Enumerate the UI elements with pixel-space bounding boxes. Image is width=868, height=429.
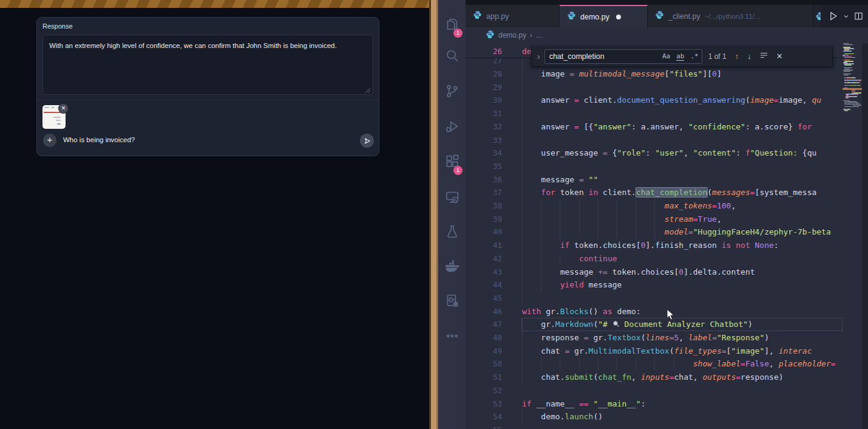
response-text: With an extremely high level of confiden… — [49, 42, 337, 49]
breadcrumb-more[interactable]: … — [536, 31, 543, 39]
code-text: message = "" — [522, 173, 598, 187]
code-line-41[interactable]: 41 if token.choices[0].finish_reason is … — [466, 239, 843, 252]
code-line-45[interactable]: 45 — [466, 292, 843, 305]
modified-dot-icon — [616, 15, 621, 19]
find-input[interactable]: chat_completion Aa ab .* — [544, 49, 702, 64]
code-text: gr.Markdown("# Document Analyzer Chatbot… — [522, 318, 753, 331]
tab-demo.py[interactable]: demo.py — [560, 5, 648, 27]
code-line-39[interactable]: 39 stream=True, — [466, 213, 843, 226]
code-line-37[interactable]: 37 for token in client.chat_completion(m… — [466, 186, 843, 199]
code-line-28[interactable]: 28 image = multimodal_message["files"][0… — [466, 67, 843, 81]
chat-input[interactable]: Who is being invoiced? — [63, 136, 135, 143]
code-line-38[interactable]: 38 max_tokens=100, — [466, 199, 843, 213]
code-line-33[interactable]: 33 — [466, 134, 843, 147]
resize-handle-icon[interactable] — [365, 86, 371, 92]
line-number: 44 — [466, 278, 502, 292]
code-line-40[interactable]: 40 model="HuggingFaceH4/zephyr-7b-beta — [466, 225, 843, 239]
response-textbox[interactable]: With an extremely high level of confiden… — [42, 35, 373, 95]
code-text: image = multimodal_message["files"][0] — [522, 67, 722, 81]
line-number: 29 — [466, 81, 502, 94]
activity-item-run-debug[interactable] — [438, 112, 466, 141]
run-dropdown-button[interactable] — [843, 13, 849, 19]
code-line-46[interactable]: 46with gr.Blocks() as demo: — [466, 305, 843, 318]
line-number: 55 — [466, 424, 502, 429]
code-text: if token.choices[0].finish_reason is not… — [522, 239, 779, 252]
code-line-31[interactable]: 31 — [466, 107, 843, 120]
activity-item-search[interactable] — [438, 41, 466, 70]
python-icon — [486, 30, 495, 41]
line-number: 37 — [466, 186, 502, 199]
line-number: 39 — [466, 213, 502, 226]
code-line-55[interactable]: 55 — [466, 424, 843, 429]
code-text: for token in client.chat_completion(mess… — [522, 186, 816, 199]
code-line-44[interactable]: 44 yield message — [466, 278, 843, 292]
toggle-replace-chevron-icon[interactable]: › — [537, 52, 540, 61]
editor-tab-bar: app.pydemo.py_client.py~/.../python3.11/… — [466, 5, 868, 27]
activity-item-task-file[interactable] — [438, 286, 466, 315]
tab-app.py[interactable]: app.py — [466, 5, 560, 27]
code-text: max_tokens=100, — [522, 199, 736, 213]
line-number: 38 — [466, 199, 502, 213]
code-line-50[interactable]: 50 show_label=False, placeholder= — [466, 357, 843, 371]
breadcrumb-separator: › — [530, 31, 532, 39]
code-line-42[interactable]: 42 continue — [466, 252, 843, 266]
previous-match-button[interactable]: ↑ — [735, 52, 739, 61]
code-line-36[interactable]: 36 message = "" — [466, 173, 843, 187]
send-button[interactable] — [360, 134, 374, 148]
activity-bar: 11 — [438, 0, 466, 429]
window-titlebar-stripes — [0, 0, 429, 8]
tab-_client.py[interactable]: _client.py~/.../python3.11/... — [648, 5, 813, 27]
code-line-53[interactable]: 53if __name__ == "__main__": — [466, 397, 843, 411]
indent-guide — [522, 160, 523, 173]
activity-item-remote-explorer[interactable] — [438, 182, 466, 211]
code-line-30[interactable]: 30 answer = client.document_question_ans… — [466, 94, 843, 107]
code-line-52[interactable]: 52 — [466, 384, 843, 397]
debug-icon — [445, 119, 459, 134]
run-button[interactable] — [828, 11, 838, 21]
code-line-29[interactable]: 29 — [466, 81, 843, 94]
line-number: 54 — [466, 410, 502, 424]
activity-item-explorer[interactable]: 1 — [438, 10, 466, 39]
next-match-button[interactable]: ↓ — [747, 52, 751, 61]
breadcrumb[interactable]: demo.py › … — [466, 27, 868, 43]
activity-item-testing[interactable] — [438, 217, 466, 246]
minimap[interactable] — [843, 43, 862, 429]
breadcrumb-file[interactable]: demo.py — [498, 31, 526, 39]
close-find-button[interactable]: ✕ — [776, 52, 783, 61]
titlebar-strip — [466, 0, 868, 5]
whole-word-icon[interactable]: ab — [673, 52, 687, 60]
code-text: model="HuggingFaceH4/zephyr-7b-beta — [522, 225, 831, 239]
activity-item-extensions[interactable]: 1 — [438, 147, 466, 176]
remove-attachment-button[interactable]: ✕ — [58, 103, 69, 114]
find-in-selection-icon[interactable] — [760, 52, 768, 61]
code-line-35[interactable]: 35 — [466, 160, 843, 173]
code-line-34[interactable]: 34 user_message = {"role": "user", "cont… — [466, 146, 843, 160]
card-divider — [37, 100, 379, 100]
activity-item-more[interactable] — [438, 321, 466, 351]
match-case-icon[interactable]: Aa — [659, 52, 673, 60]
code-line-51[interactable]: 51 chat.submit(chat_fn, inputs=chat, out… — [466, 371, 843, 384]
close-icon: ✕ — [61, 105, 66, 111]
code-line-47[interactable]: 47 gr.Markdown("# Document Analyzer Chat… — [466, 318, 843, 331]
regex-icon[interactable]: .* — [687, 52, 701, 60]
line-number: 40 — [466, 225, 502, 239]
line-number: 43 — [466, 266, 502, 279]
split-editor-button[interactable] — [854, 12, 863, 21]
code-line-32[interactable]: 32 answer = [{"answer": a.answer, "confi… — [466, 120, 843, 134]
code-line-49[interactable]: 49 chat = gr.MultimodalTextbox(file_type… — [466, 345, 843, 358]
activity-item-accounts[interactable] — [438, 420, 466, 429]
code-line-43[interactable]: 43 message += token.choices[0].delta.con… — [466, 266, 843, 279]
remote-icon — [445, 190, 459, 204]
activity-item-source-control[interactable] — [438, 77, 466, 106]
tab-label: app.py — [486, 12, 509, 21]
line-number: 47 — [466, 318, 502, 331]
code-editor[interactable]: 2728 image = multimodal_message["files"]… — [466, 43, 868, 429]
find-widget: › chat_completion Aa ab .* 1 of 1 ↑ ↓ ✕ — [531, 46, 833, 67]
code-line-48[interactable]: 48 response = gr.Textbox(lines=5, label=… — [466, 331, 843, 345]
screenshot-root: Response With an extremely high level of… — [0, 0, 868, 429]
code-line-54[interactable]: 54 demo.launch() — [466, 410, 843, 424]
activity-item-docker[interactable] — [438, 252, 466, 281]
code-text: if __name__ == "__main__": — [522, 397, 646, 411]
add-attachment-button[interactable]: + — [43, 134, 56, 147]
python-icon — [473, 10, 482, 22]
